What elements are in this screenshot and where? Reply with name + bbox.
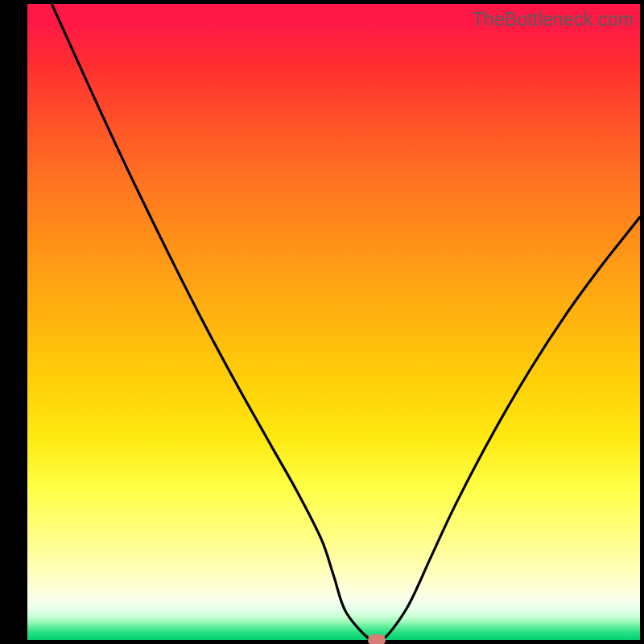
curve-path	[52, 4, 640, 640]
bottleneck-curve	[27, 4, 640, 640]
chart-frame: TheBottleneck.com	[0, 0, 644, 644]
chart-plot-area: TheBottleneck.com	[27, 4, 640, 640]
